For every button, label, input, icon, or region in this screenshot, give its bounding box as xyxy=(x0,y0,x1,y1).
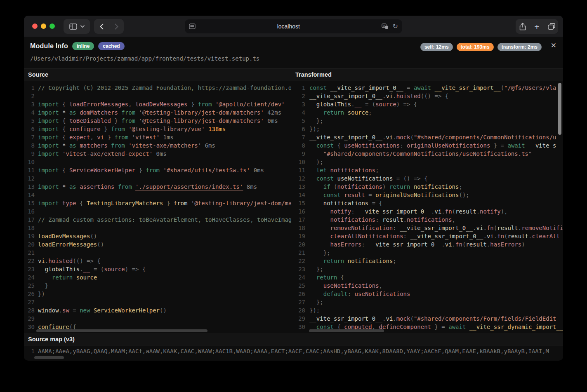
code-line: 24 return source xyxy=(24,273,291,282)
line-number: 17 xyxy=(291,216,305,224)
line-number: 3 xyxy=(24,100,35,108)
line-number: 18 xyxy=(291,224,305,232)
line-number: 24 xyxy=(24,273,35,282)
code-line: 11 let notifications; xyxy=(291,166,563,174)
code-line: 23 }; xyxy=(291,265,563,273)
file-path: /Users/vladimir/Projects/zammad/app/fron… xyxy=(30,55,259,62)
code-line: 13import * as assertions from './support… xyxy=(24,183,291,191)
timing-metrics: self: 12ms total: 193ms transform: 2ms xyxy=(420,43,542,51)
zoom-window-button[interactable] xyxy=(50,23,55,29)
module-link[interactable]: './support/assertions/index.ts' xyxy=(135,183,243,190)
transformed-vertical-scrollbar[interactable] xyxy=(558,83,561,135)
code-line: 1const __vite_ssr_import_0__ = await __v… xyxy=(291,84,563,92)
code-line: 2__vite_ssr_import_0__.vi.hoisted(() => … xyxy=(291,92,563,100)
line-number: 20 xyxy=(291,240,305,249)
code-line: 6}); xyxy=(291,125,563,133)
line-number: 11 xyxy=(291,166,305,174)
code-line: 28}); xyxy=(291,306,563,315)
url-field[interactable]: localhost A ↻ xyxy=(185,19,402,33)
code-line: 12 const useNotifications = () => { xyxy=(291,174,563,183)
line-number: 23 xyxy=(291,265,305,273)
line-number: 19 xyxy=(24,232,35,240)
line-number: 5 xyxy=(291,117,305,125)
line-number: 9 xyxy=(291,150,305,158)
code-line: 19 clearAllNotifications: __vite_ssr_imp… xyxy=(291,232,563,240)
source-code-area[interactable]: 1// Copyright (C) 2012-2025 Zammad Found… xyxy=(24,81,291,333)
line-number: 14 xyxy=(291,191,305,199)
line-number: 3 xyxy=(291,100,305,108)
minimize-window-button[interactable] xyxy=(41,23,46,29)
chevron-down-icon xyxy=(80,25,85,28)
code-line: 7__vite_ssr_import_0__.vi.mock("#shared/… xyxy=(291,133,563,141)
source-horizontal-scrollbar[interactable] xyxy=(36,329,207,332)
badge-cached: cached xyxy=(98,42,124,50)
code-line: 15 notifications = { xyxy=(291,199,563,207)
tab-overview-button[interactable] xyxy=(545,19,558,34)
code-line: 13 if (notifications) return notificatio… xyxy=(291,183,563,191)
line-number: 4 xyxy=(24,108,35,117)
line-number: 28 xyxy=(24,306,35,315)
line-number: 6 xyxy=(291,125,305,133)
sourcemap-title: Source map (v3) xyxy=(24,333,563,345)
line-number: 6 xyxy=(24,125,35,133)
line-number: 12 xyxy=(24,174,35,183)
code-line: 8import * as matchers from 'vitest-axe/m… xyxy=(24,141,291,150)
nav-buttons xyxy=(94,19,124,34)
transformed-panel: Transformed 1const __vite_ssr_import_0__… xyxy=(291,68,563,333)
line-number: 25 xyxy=(24,282,35,290)
transformed-horizontal-scrollbar[interactable] xyxy=(309,329,384,332)
line-number: 8 xyxy=(24,141,35,150)
code-line: 22 return notifications; xyxy=(291,257,563,265)
traffic-lights xyxy=(32,23,55,29)
metric-self: self: 12ms xyxy=(420,43,453,51)
reader-icon[interactable] xyxy=(189,23,196,29)
back-button[interactable] xyxy=(94,19,109,34)
close-button[interactable]: ✕ xyxy=(550,41,557,50)
close-window-button[interactable] xyxy=(32,23,38,29)
line-number: 15 xyxy=(291,199,305,207)
line-number: 8 xyxy=(291,141,305,150)
code-line: 26 default: useNotifications xyxy=(291,290,563,298)
code-line: 11import { ServiceWorkerHelper } from '#… xyxy=(24,166,291,174)
line-number: 13 xyxy=(291,183,305,191)
line-number: 20 xyxy=(24,240,35,249)
code-line: 28window.sw = new ServiceWorkerHelper() xyxy=(24,306,291,315)
translate-icon[interactable]: A xyxy=(382,23,389,29)
code-line: 10 ); xyxy=(291,158,563,166)
transformed-code-area[interactable]: 1const __vite_ssr_import_0__ = await __v… xyxy=(291,81,563,333)
transformed-panel-title: Transformed xyxy=(291,68,563,81)
code-line: 27 }; xyxy=(291,298,563,306)
line-number: 25 xyxy=(291,282,305,290)
line-number: 26 xyxy=(291,290,305,298)
share-button[interactable] xyxy=(516,19,529,34)
code-line: 9import 'vitest-axe/extend-expect' 0ms xyxy=(24,150,291,158)
forward-button[interactable] xyxy=(109,19,124,34)
browser-window: localhost A ↻ + xyxy=(24,16,563,361)
line-number: 19 xyxy=(291,232,305,240)
line-number: 29 xyxy=(291,315,305,323)
code-line: 5 }; xyxy=(291,117,563,125)
page-title: Module Info xyxy=(30,42,68,50)
code-line: 19loadDevMessages() xyxy=(24,232,291,240)
line-number: 29 xyxy=(24,315,35,323)
line-number: 17 xyxy=(24,216,35,224)
sidebar-toggle-button[interactable] xyxy=(64,19,90,34)
reload-icon[interactable]: ↻ xyxy=(393,23,398,30)
code-line: 17// Zammad custom assertions: toBeAvata… xyxy=(24,216,291,224)
code-line: 5import { toBeDisabled } from '@testing-… xyxy=(24,117,291,125)
code-line: 21 }; xyxy=(291,249,563,257)
line-number: 2 xyxy=(291,92,305,100)
code-line: 15import type { TestingLibraryMatchers }… xyxy=(24,199,291,207)
line-number: 30 xyxy=(24,323,35,331)
line-number: 15 xyxy=(24,199,35,207)
line-number: 10 xyxy=(24,158,35,166)
line-number: 13 xyxy=(24,183,35,191)
line-number: 7 xyxy=(291,133,305,141)
code-panels: Source 1// Copyright (C) 2012-2025 Zamma… xyxy=(24,68,563,333)
line-number: 24 xyxy=(291,273,305,282)
code-line: 6import { configure } from '@testing-lib… xyxy=(24,125,291,133)
line-number: 27 xyxy=(291,298,305,306)
code-line: 26}) xyxy=(24,290,291,298)
sourcemap-horizontal-scrollbar[interactable] xyxy=(34,356,64,359)
new-tab-button[interactable]: + xyxy=(530,19,543,34)
